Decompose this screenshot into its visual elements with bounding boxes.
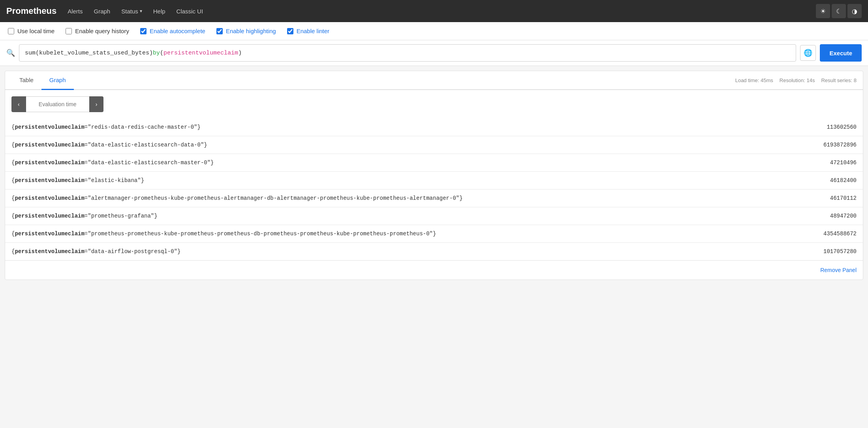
value-cell: 113602560 bbox=[808, 118, 863, 136]
enable-highlighting-checkbox[interactable] bbox=[216, 28, 223, 34]
tab-graph[interactable]: Graph bbox=[41, 71, 74, 90]
query-display[interactable]: sum(kubelet_volume_stats_used_bytes) by … bbox=[19, 44, 796, 62]
use-local-time-checkbox[interactable] bbox=[8, 28, 14, 34]
evaluation-time-input[interactable] bbox=[26, 96, 89, 112]
enable-linter-option[interactable]: Enable linter bbox=[287, 28, 329, 34]
query-sum: sum(kubelet_volume_stats_used_bytes) bbox=[25, 50, 153, 56]
nav-classic-ui[interactable]: Classic UI bbox=[177, 8, 203, 15]
navbar: Prometheus Alerts Graph Status ▾ Help Cl… bbox=[0, 0, 868, 22]
nav-graph[interactable]: Graph bbox=[94, 8, 111, 15]
label-key: persistentvolumeclaim bbox=[15, 213, 84, 219]
label-key: persistentvolumeclaim bbox=[15, 177, 84, 184]
dark-theme-button[interactable]: ☾ bbox=[832, 4, 846, 18]
table-row: {persistentvolumeclaim="redis-data-redis… bbox=[5, 118, 863, 136]
value-cell: 46170112 bbox=[808, 190, 863, 207]
navbar-brand: Prometheus bbox=[6, 6, 56, 16]
label-key: persistentvolumeclaim bbox=[15, 160, 84, 166]
value-cell: 1017057280 bbox=[808, 243, 863, 261]
use-local-time-option[interactable]: Use local time bbox=[8, 28, 54, 34]
execute-button[interactable]: Execute bbox=[820, 44, 862, 62]
label-cell: {persistentvolumeclaim="data-elastic-ela… bbox=[5, 154, 808, 172]
query-label: persistentvolumeclaim bbox=[163, 50, 238, 56]
next-eval-button[interactable]: › bbox=[89, 96, 104, 112]
value-cell: 6193872896 bbox=[808, 136, 863, 154]
value-cell: 47210496 bbox=[808, 154, 863, 172]
label-key: persistentvolumeclaim bbox=[15, 142, 84, 148]
enable-linter-checkbox[interactable] bbox=[287, 28, 293, 34]
tabs-header: Table Graph Load time: 45ms Resolution: … bbox=[5, 71, 863, 90]
results-table: {persistentvolumeclaim="redis-data-redis… bbox=[5, 118, 863, 260]
table-row: {persistentvolumeclaim="elastic-kibana"}… bbox=[5, 172, 863, 190]
light-theme-button[interactable]: ☀ bbox=[816, 4, 830, 18]
label-cell: {persistentvolumeclaim="prometheus-prome… bbox=[5, 225, 808, 243]
enable-query-history-checkbox[interactable] bbox=[66, 28, 72, 34]
tab-table[interactable]: Table bbox=[11, 71, 41, 90]
navbar-right: ☀ ☾ ◑ bbox=[816, 4, 862, 18]
query-open-paren: ( bbox=[160, 50, 163, 56]
result-series: Result series: 8 bbox=[821, 77, 857, 83]
enable-highlighting-option[interactable]: Enable highlighting bbox=[216, 28, 276, 34]
remove-panel-link[interactable]: Remove Panel bbox=[820, 267, 857, 273]
query-bar: 🔍 sum(kubelet_volume_stats_used_bytes) b… bbox=[0, 40, 868, 66]
search-icon: 🔍 bbox=[6, 49, 15, 57]
query-by: by bbox=[153, 50, 160, 56]
table-row: {persistentvolumeclaim="data-elastic-ela… bbox=[5, 136, 863, 154]
query-close-paren: ) bbox=[238, 50, 242, 56]
label-cell: {persistentvolumeclaim="data-airflow-pos… bbox=[5, 243, 808, 261]
main-content: Table Graph Load time: 45ms Resolution: … bbox=[5, 71, 863, 280]
navbar-left: Prometheus Alerts Graph Status ▾ Help Cl… bbox=[6, 6, 203, 16]
status-chevron-icon: ▾ bbox=[140, 8, 142, 14]
table-row: {persistentvolumeclaim="data-elastic-ela… bbox=[5, 154, 863, 172]
label-cell: {persistentvolumeclaim="prometheus-grafa… bbox=[5, 207, 808, 225]
label-cell: {persistentvolumeclaim="alertmanager-pro… bbox=[5, 190, 808, 207]
label-cell: {persistentvolumeclaim="redis-data-redis… bbox=[5, 118, 808, 136]
table-controls: ‹ › bbox=[5, 90, 863, 118]
prev-eval-button[interactable]: ‹ bbox=[11, 96, 26, 112]
table-row: {persistentvolumeclaim="prometheus-grafa… bbox=[5, 207, 863, 225]
label-key: persistentvolumeclaim bbox=[15, 195, 84, 201]
label-key: persistentvolumeclaim bbox=[15, 231, 84, 237]
enable-autocomplete-checkbox[interactable] bbox=[140, 28, 147, 34]
metrics-explorer-button[interactable]: 🌐 bbox=[800, 45, 816, 61]
enable-query-history-option[interactable]: Enable query history bbox=[66, 28, 129, 34]
tabs-meta: Load time: 45ms Resolution: 14s Result s… bbox=[735, 72, 857, 89]
value-cell: 48947200 bbox=[808, 207, 863, 225]
label-key: persistentvolumeclaim bbox=[15, 124, 84, 130]
nav-status[interactable]: Status ▾ bbox=[121, 8, 142, 15]
load-time: Load time: 45ms bbox=[735, 77, 773, 83]
value-cell: 4354588672 bbox=[808, 225, 863, 243]
enable-autocomplete-option[interactable]: Enable autocomplete bbox=[140, 28, 205, 34]
table-row: {persistentvolumeclaim="prometheus-prome… bbox=[5, 225, 863, 243]
table-row: {persistentvolumeclaim="data-airflow-pos… bbox=[5, 243, 863, 261]
resolution: Resolution: 14s bbox=[780, 77, 815, 83]
nav-help[interactable]: Help bbox=[153, 8, 165, 15]
remove-panel-row: Remove Panel bbox=[5, 260, 863, 280]
table-row: {persistentvolumeclaim="alertmanager-pro… bbox=[5, 190, 863, 207]
nav-alerts[interactable]: Alerts bbox=[68, 8, 83, 15]
value-cell: 46182400 bbox=[808, 172, 863, 190]
label-cell: {persistentvolumeclaim="data-elastic-ela… bbox=[5, 136, 808, 154]
auto-theme-button[interactable]: ◑ bbox=[847, 4, 862, 18]
label-key: persistentvolumeclaim bbox=[15, 248, 84, 255]
label-cell: {persistentvolumeclaim="elastic-kibana"} bbox=[5, 172, 808, 190]
tabs-left: Table Graph bbox=[11, 71, 74, 89]
options-bar: Use local time Enable query history Enab… bbox=[0, 22, 868, 40]
